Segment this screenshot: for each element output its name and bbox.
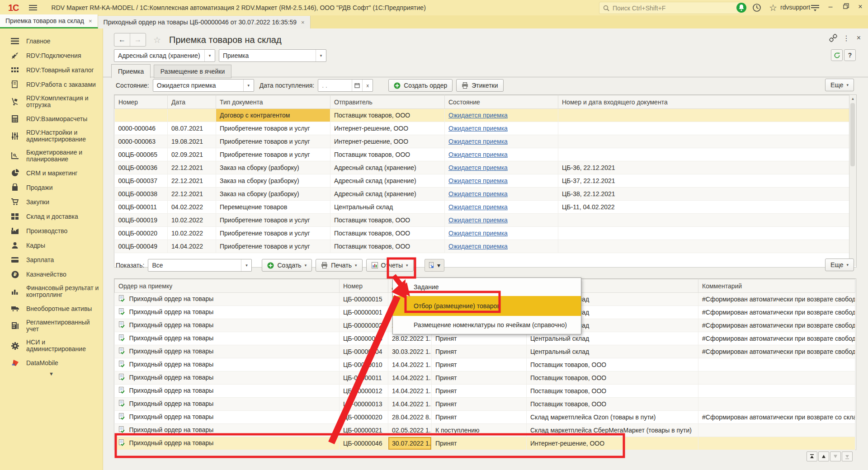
- global-search-input[interactable]: Поиск Ctrl+Shift+F: [599, 2, 741, 14]
- chevron-down-icon[interactable]: ▾: [316, 50, 326, 61]
- table-row[interactable]: 00ЦБ-000049 14.04.2022 Приобретение това…: [115, 240, 849, 253]
- sidebar-item[interactable]: Главное: [0, 34, 103, 48]
- sidebar-item[interactable]: Производство: [0, 224, 103, 238]
- sidebar-item[interactable]: Кадры: [0, 238, 103, 253]
- col-state[interactable]: Состояние: [445, 95, 558, 109]
- chevron-down-icon[interactable]: ▾: [241, 259, 251, 271]
- forward-button[interactable]: →: [130, 33, 146, 46]
- reports-button[interactable]: Отчеты ▾: [366, 259, 414, 272]
- table-row[interactable]: 00ЦБ-000037 22.12.2021 Заказ на сборку (…: [115, 174, 849, 188]
- scrollbar-thumb[interactable]: [850, 103, 855, 166]
- show-filter-select[interactable]: Все ▾: [148, 259, 252, 272]
- history-icon[interactable]: [751, 2, 763, 14]
- table-row[interactable]: 00ЦБ-000036 22.12.2021 Заказ на сборку (…: [115, 161, 849, 174]
- page-down-button[interactable]: [830, 451, 841, 461]
- sidebar-item[interactable]: ₽ Казначейство: [0, 267, 103, 282]
- table-row[interactable]: 0000-000046 08.07.2021 Приобретение това…: [115, 122, 849, 135]
- col-number[interactable]: Номер: [340, 279, 388, 293]
- menu-item-otbor-razmeshchenie[interactable]: Отбор (размещение) товаров: [393, 296, 581, 316]
- menu-item-razmeshchenie-nomenklatury[interactable]: Размещение номенклатуры по ячейкам (спра…: [393, 316, 581, 334]
- more-button-upper[interactable]: Еще▾: [825, 79, 854, 91]
- sidebar-item[interactable]: Зарплата: [0, 253, 103, 267]
- clear-date-icon[interactable]: x: [362, 80, 373, 91]
- state-link[interactable]: Ожидается приемка: [448, 112, 508, 119]
- sidebar-item[interactable]: Продажи: [0, 180, 103, 195]
- restore-button[interactable]: [841, 3, 851, 11]
- sidebar-more-icon[interactable]: ▼: [0, 371, 103, 376]
- table-row[interactable]: 00ЦБ-000038 22.12.2021 Заказ на сборку (…: [115, 188, 849, 201]
- scroll-up-icon[interactable]: ▲: [849, 95, 856, 102]
- notifications-bell-icon[interactable]: [736, 2, 747, 14]
- create-button[interactable]: Создать ▾: [262, 259, 312, 272]
- sidebar-item[interactable]: RDV:Взаиморасчеты: [0, 112, 103, 126]
- vertical-scrollbar[interactable]: ▲ ▼: [849, 95, 856, 266]
- subtab-razmeshchenie[interactable]: Размещение в ячейки: [154, 65, 231, 78]
- chevron-down-icon[interactable]: ▾: [204, 50, 215, 61]
- tab-close-icon[interactable]: ×: [301, 19, 305, 26]
- state-link[interactable]: Ожидается приемка: [448, 203, 508, 211]
- table-row[interactable]: Приходный ордер на товары ЦБ-00000020 28…: [115, 411, 855, 424]
- sidebar-item[interactable]: Закупки: [0, 195, 103, 209]
- table-row[interactable]: 0000-000063 19.08.2021 Приобретение това…: [115, 135, 849, 148]
- state-link[interactable]: Ожидается приемка: [448, 177, 508, 184]
- warehouse-select[interactable]: Адресный склад (хранение) ▾: [114, 49, 215, 62]
- close-form-icon[interactable]: ×: [857, 34, 861, 42]
- tab-close-icon[interactable]: ×: [89, 18, 92, 24]
- go-last-button[interactable]: [842, 451, 853, 461]
- sidebar-item[interactable]: m DataMobile: [0, 356, 103, 370]
- col-date[interactable]: Дата: [168, 95, 216, 109]
- col-doctype[interactable]: Тип документа: [216, 95, 330, 109]
- more-actions-dots-icon[interactable]: ⋮: [843, 34, 850, 42]
- menu-item-zadanie[interactable]: Задание: [393, 278, 581, 296]
- sidebar-item[interactable]: Бюджетирование и планирование: [0, 146, 103, 166]
- sidebar-item[interactable]: RDV:Настройки и администрирование: [0, 126, 103, 146]
- placement-tasks-menu-button[interactable]: ▾: [425, 259, 444, 272]
- minimize-button[interactable]: –: [826, 3, 835, 11]
- table-row[interactable]: 00ЦБ-000020 10.02.2022 Приобретение това…: [115, 227, 849, 240]
- more-button-lower[interactable]: Еще▾: [825, 258, 854, 271]
- table-row[interactable]: Приходный ордер на товары ЦБ-00000011 14…: [115, 371, 855, 385]
- col-number[interactable]: Номер: [115, 95, 168, 109]
- col-comment[interactable]: Комментарий: [698, 279, 855, 293]
- state-link[interactable]: Ожидается приемка: [448, 164, 508, 171]
- subtab-priemka[interactable]: Приемка: [111, 64, 151, 78]
- state-link[interactable]: Ожидается приемка: [448, 151, 508, 158]
- help-button[interactable]: ?: [844, 49, 856, 61]
- close-window-button[interactable]: ×: [855, 3, 865, 11]
- service-menu-icon[interactable]: [809, 2, 821, 14]
- state-link[interactable]: Ожидается приемка: [448, 138, 508, 145]
- sidebar-item[interactable]: Финансовый результат и контроллинг: [0, 282, 103, 301]
- labels-button[interactable]: Этикетки: [456, 79, 503, 92]
- col-sender[interactable]: Отправитель: [330, 95, 445, 109]
- table-row[interactable]: Приходный ордер на товары ЦБ-00000013 14…: [115, 398, 855, 411]
- state-filter-select[interactable]: Ожидается приемка ▾: [153, 79, 254, 92]
- table-row[interactable]: Приходный ордер на товары ЦБ-00000046 30…: [115, 437, 855, 450]
- state-link[interactable]: Ожидается приемка: [448, 230, 508, 237]
- date-filter-input[interactable]: . . x: [318, 79, 373, 92]
- table-row[interactable]: 00ЦБ-000019 10.02.2022 Приобретение това…: [115, 214, 849, 227]
- sidebar-item[interactable]: RDV:Подключения: [0, 48, 103, 63]
- sidebar-item[interactable]: RDV:Работа с заказами: [0, 77, 103, 92]
- sidebar-item[interactable]: НСИ и администрирование: [0, 336, 103, 356]
- back-button[interactable]: ←: [114, 33, 130, 46]
- table-row[interactable]: 00ЦБ-000065 02.09.2021 Приобретение това…: [115, 148, 849, 161]
- table-row[interactable]: Приходный ордер на товары ЦБ-00000012 14…: [115, 385, 855, 398]
- go-first-button[interactable]: [807, 451, 817, 461]
- sidebar-item[interactable]: Внеоборотные активы: [0, 301, 103, 316]
- tab-incoming-order[interactable]: Приходный ордер на товары ЦБ-00000046 от…: [98, 16, 311, 28]
- refresh-button[interactable]: [831, 49, 843, 61]
- col-order[interactable]: Ордер на приемку: [115, 279, 340, 293]
- state-link[interactable]: Ожидается приемка: [448, 190, 508, 197]
- state-link[interactable]: Ожидается приемка: [448, 125, 508, 132]
- tab-goods-receipt[interactable]: Приемка товаров на склад ×: [0, 14, 98, 28]
- sidebar-item[interactable]: Регламентированный учет: [0, 316, 103, 336]
- page-up-button[interactable]: [818, 451, 829, 461]
- table-row[interactable]: Приходный ордер на товары ЦБ-00000004 30…: [115, 345, 855, 358]
- state-link[interactable]: Ожидается приемка: [448, 216, 508, 224]
- sidebar-item[interactable]: CRM и маркетинг: [0, 166, 103, 180]
- create-order-button[interactable]: Создать ордер: [388, 79, 453, 92]
- sidebar-item[interactable]: RDV:Комплектация и отгрузка: [0, 92, 103, 112]
- favorites-star-icon[interactable]: ☆: [767, 2, 779, 14]
- table-row[interactable]: Приходный ордер на товары ЦБ-00000021 02…: [115, 424, 855, 437]
- calendar-icon[interactable]: [352, 80, 362, 91]
